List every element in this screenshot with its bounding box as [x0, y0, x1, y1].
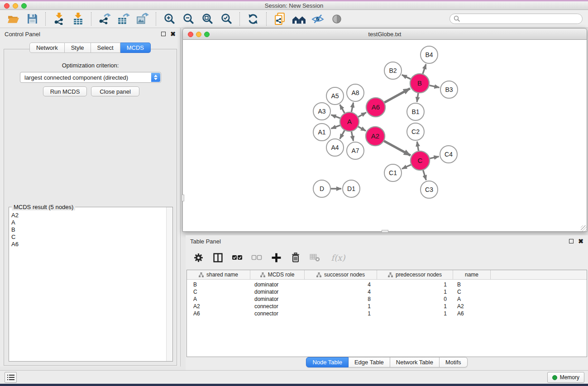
resize-grip-icon[interactable]: [581, 225, 587, 231]
edge-A-A7[interactable]: [351, 132, 353, 141]
edge-A-A1[interactable]: [331, 125, 340, 129]
node-A7[interactable]: [347, 142, 364, 159]
result-scrollbar[interactable]: [166, 207, 172, 361]
node-C2[interactable]: [407, 123, 424, 140]
float-table-panel-icon[interactable]: [569, 239, 574, 243]
close-panel-icon[interactable]: ✖: [170, 31, 176, 37]
network-zoom-button[interactable]: [204, 32, 210, 37]
node-C1[interactable]: [384, 164, 402, 181]
node-A4[interactable]: [326, 139, 344, 156]
node-B2[interactable]: [384, 62, 402, 79]
column-header-name[interactable]: name: [453, 270, 491, 279]
tab-node-table[interactable]: Node Table: [306, 357, 349, 367]
edge-C-C2[interactable]: [417, 142, 418, 151]
node-D1[interactable]: [343, 180, 360, 197]
result-item[interactable]: B: [10, 226, 166, 234]
table-row[interactable]: A6connector11A6: [187, 310, 587, 317]
tab-style[interactable]: Style: [65, 43, 91, 53]
network-close-button[interactable]: [188, 32, 193, 37]
edge-B-B1[interactable]: [417, 93, 418, 102]
select-all-rows-button[interactable]: [232, 252, 243, 263]
node-A2[interactable]: [366, 127, 385, 146]
run-mcds-button[interactable]: Run MCDS: [43, 86, 87, 96]
refresh-button[interactable]: [245, 11, 261, 27]
export-table-button[interactable]: [116, 11, 131, 27]
edge-A2-C[interactable]: [384, 141, 411, 156]
edge-A-A2[interactable]: [358, 127, 366, 131]
tab-mcds[interactable]: MCDS: [120, 43, 151, 53]
node-D[interactable]: [313, 180, 330, 197]
network-canvas[interactable]: AA1A2A3A4A5A6A7A8BB1B2B3B4CC1C2C3C4DD1: [182, 40, 587, 232]
node-A6[interactable]: [366, 98, 385, 117]
edge-A-A6[interactable]: [358, 113, 366, 117]
node-C[interactable]: [411, 151, 430, 170]
result-item[interactable]: A6: [10, 241, 166, 248]
zoom-selected-button[interactable]: [219, 11, 234, 27]
result-item[interactable]: A2: [10, 212, 166, 219]
table-row[interactable]: A2connector11A2: [187, 303, 587, 310]
hide-graphics-button[interactable]: [310, 11, 325, 27]
tab-network[interactable]: Network: [29, 43, 65, 53]
node-A[interactable]: [340, 112, 359, 131]
node-B3[interactable]: [440, 81, 458, 98]
tab-select[interactable]: Select: [91, 43, 120, 53]
delete-table-button[interactable]: [310, 252, 320, 263]
close-table-panel-icon[interactable]: ✖: [578, 238, 583, 244]
edge-A6-B[interactable]: [384, 89, 410, 103]
node-C3[interactable]: [421, 181, 438, 198]
edge-B-B2[interactable]: [402, 75, 411, 79]
zoom-in-button[interactable]: [162, 11, 177, 27]
function-builder-button[interactable]: f(x): [329, 252, 347, 263]
edge-A-A3[interactable]: [331, 115, 340, 118]
node-B4[interactable]: [421, 46, 438, 63]
table-row[interactable]: Cdominator41C: [187, 288, 587, 295]
open-session-button[interactable]: [5, 11, 21, 27]
result-item[interactable]: C: [10, 234, 166, 241]
add-row-button[interactable]: [271, 252, 282, 263]
edge-B-B3[interactable]: [430, 86, 440, 88]
zoom-window-button[interactable]: [21, 3, 27, 9]
edge-C-C4[interactable]: [430, 157, 439, 158]
splitter-grip-left[interactable]: [182, 195, 184, 201]
import-network-button[interactable]: [51, 11, 67, 27]
node-A3[interactable]: [313, 103, 330, 120]
network-minimize-button[interactable]: [196, 32, 201, 37]
column-header-successor-nodes[interactable]: successor nodes: [305, 270, 377, 279]
result-item[interactable]: A: [10, 219, 166, 226]
edge-A-A4[interactable]: [340, 130, 344, 139]
close-window-button[interactable]: [4, 3, 10, 9]
show-columns-button[interactable]: [212, 252, 223, 263]
zoom-fit-button[interactable]: [200, 11, 215, 27]
column-header-predecessor-nodes[interactable]: predecessor nodes: [377, 270, 453, 279]
node-A1[interactable]: [313, 124, 330, 141]
show-graphics-button[interactable]: [329, 11, 344, 27]
tab-network-table[interactable]: Network Table: [390, 357, 440, 367]
export-network-button[interactable]: [97, 11, 112, 27]
home-button[interactable]: [291, 11, 306, 27]
node-A8[interactable]: [347, 84, 364, 101]
edge-C-C1[interactable]: [402, 165, 411, 169]
node-B[interactable]: [410, 74, 429, 93]
network-graph[interactable]: AA1A2A3A4A5A6A7A8BB1B2B3B4CC1C2C3C4DD1: [183, 40, 587, 231]
tab-motifs[interactable]: Motifs: [440, 357, 468, 367]
node-C4[interactable]: [440, 146, 457, 163]
float-panel-icon[interactable]: [161, 32, 166, 36]
node-B1[interactable]: [407, 103, 424, 120]
edge-A-A8[interactable]: [351, 103, 353, 112]
edge-A-A5[interactable]: [340, 105, 344, 113]
table-row[interactable]: Bdominator41B: [187, 281, 587, 288]
close-panel-button[interactable]: Close panel: [91, 86, 139, 96]
table-row[interactable]: Adominator80A: [187, 295, 587, 303]
criterion-dropdown[interactable]: largest connected component (directed): [20, 72, 161, 83]
memory-button[interactable]: Memory: [547, 372, 584, 383]
table-settings-button[interactable]: [193, 252, 204, 263]
column-header-shared-name[interactable]: shared name: [187, 270, 250, 279]
tab-edge-table[interactable]: Edge Table: [349, 357, 390, 367]
export-image-button[interactable]: [135, 11, 150, 27]
delete-row-button[interactable]: [290, 252, 301, 263]
save-session-button[interactable]: [24, 11, 40, 27]
minimize-window-button[interactable]: [13, 3, 18, 9]
search-input[interactable]: [449, 14, 583, 24]
column-header-mcds-role[interactable]: MCDS role: [250, 270, 305, 279]
zoom-out-button[interactable]: [181, 11, 196, 27]
